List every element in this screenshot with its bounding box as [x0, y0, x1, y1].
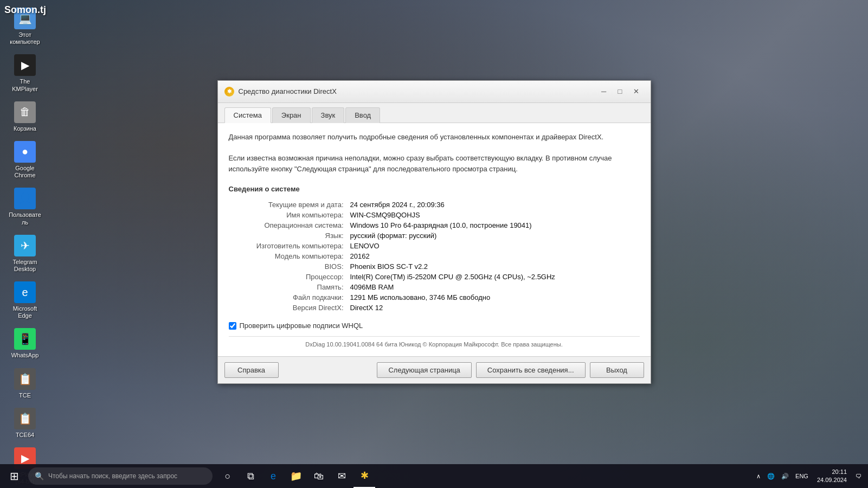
table-row: Изготовитель компьютера:LENOVO	[229, 241, 640, 251]
start-button[interactable]: ⊞	[2, 464, 26, 488]
taskbar-search[interactable]: 🔍 Чтобы начать поиск, введите здесь запр…	[28, 467, 213, 485]
tray-date-value: 24.09.2024	[817, 476, 847, 484]
section-title: Сведения о системе	[229, 185, 640, 193]
dialog-footer-text: DxDiag 10.00.19041.0084 64 бита Юникод ©…	[229, 336, 640, 348]
dialog-title: Средство диагностики DirectX	[239, 87, 592, 95]
dialog-controls: ─ □ ✕	[596, 85, 644, 98]
tab-input[interactable]: Ввод	[345, 107, 380, 123]
next-button[interactable]: Следующая страница	[377, 362, 471, 378]
taskbar-tray: ∧ 🌐 🔊 ENG 20:11 24.09.2024 🗨	[754, 467, 866, 486]
help-button[interactable]: Справка	[224, 362, 279, 378]
maximize-button[interactable]: □	[613, 85, 628, 98]
search-icon: 🔍	[35, 472, 44, 480]
table-row: Память:4096MB RAM	[229, 282, 640, 292]
exit-button[interactable]: Выход	[590, 362, 644, 378]
field-value: 20162	[348, 251, 640, 261]
tab-sound[interactable]: Звук	[312, 107, 345, 123]
field-label: BIOS:	[229, 261, 348, 272]
table-row: Файл подкачки:1291 МБ использовано, 3746…	[229, 292, 640, 303]
field-label: Модель компьютера:	[229, 251, 348, 261]
taskbar-edge-icon[interactable]: e	[262, 464, 284, 488]
checkbox-row: Проверить цифровые подписи WHQL	[229, 322, 640, 330]
tray-time-value: 20:11	[817, 468, 847, 476]
dialog-overlay: ✱ Средство диагностики DirectX ─ □ ✕ Сис…	[0, 0, 868, 464]
field-label: Текущие время и дата:	[229, 200, 348, 210]
table-row: Операционная система:Windows 10 Pro 64-р…	[229, 220, 640, 230]
description2: Если известна возможная причина неполадк…	[229, 153, 640, 174]
tray-notification[interactable]: 🗨	[853, 472, 864, 480]
field-label: Изготовитель компьютера:	[229, 241, 348, 251]
field-label: Память:	[229, 282, 348, 292]
taskbar-taskview-icon[interactable]: ⧉	[240, 464, 261, 488]
close-button[interactable]: ✕	[629, 85, 644, 98]
field-value: Windows 10 Pro 64-разрядная (10.0, постр…	[348, 220, 640, 230]
field-value: русский (формат: русский)	[348, 230, 640, 241]
tray-clock[interactable]: 20:11 24.09.2024	[813, 467, 851, 486]
table-row: Текущие время и дата:24 сентября 2024 г.…	[229, 200, 640, 210]
table-row: Процессор:Intel(R) Core(TM) i5-2520M CPU…	[229, 272, 640, 282]
dialog-icon: ✱	[224, 87, 234, 97]
tab-screen[interactable]: Экран	[272, 107, 311, 123]
table-row: Версия DirectX:DirectX 12	[229, 303, 640, 313]
field-value: Intel(R) Core(TM) i5-2520M CPU @ 2.50GHz…	[348, 272, 640, 282]
field-value: 24 сентября 2024 г., 20:09:36	[348, 200, 640, 210]
tab-system[interactable]: Система	[224, 107, 271, 123]
tray-network[interactable]: 🌐	[765, 472, 777, 481]
dialog-buttons: Справка Следующая страница Сохранить все…	[218, 356, 651, 383]
taskbar-cortana-icon[interactable]: ○	[217, 464, 239, 488]
minimize-button[interactable]: ─	[596, 85, 612, 98]
table-row: Имя компьютера:WIN-CSMQ9BQOHJS	[229, 210, 640, 220]
taskbar-directx-icon[interactable]: ✱	[353, 464, 375, 488]
field-label: Язык:	[229, 230, 348, 241]
description1: Данная программа позволяет получить подр…	[229, 132, 640, 143]
tray-lang[interactable]: ENG	[793, 472, 811, 480]
dialog-buttons-right: Следующая страница Сохранить все сведени…	[377, 362, 644, 378]
taskbar-mail-icon[interactable]: ✉	[331, 464, 352, 488]
field-label: Файл подкачки:	[229, 292, 348, 303]
taskbar-explorer-icon[interactable]: 📁	[285, 464, 307, 488]
desktop: Somon.tj 💻Этот компьютер▶The KMPlayer🗑Ко…	[0, 0, 868, 488]
table-row: BIOS:Phoenix BIOS SC-T v2.2	[229, 261, 640, 272]
field-label: Операционная система:	[229, 220, 348, 230]
tray-chevron[interactable]: ∧	[754, 472, 763, 481]
field-value: LENOVO	[348, 241, 640, 251]
whql-checkbox[interactable]	[229, 322, 236, 330]
table-row: Модель компьютера:20162	[229, 251, 640, 261]
whql-label: Проверить цифровые подписи WHQL	[240, 322, 363, 330]
tray-sound[interactable]: 🔊	[779, 472, 791, 481]
field-value: Phoenix BIOS SC-T v2.2	[348, 261, 640, 272]
field-value: 4096MB RAM	[348, 282, 640, 292]
field-label: Имя компьютера:	[229, 210, 348, 220]
taskbar-icons: ○ ⧉ e 📁 🛍 ✉ ✱	[217, 464, 375, 488]
info-table: Текущие время и дата:24 сентября 2024 г.…	[229, 200, 640, 313]
dialog-content: Данная программа позволяет получить подр…	[218, 123, 651, 357]
search-text: Чтобы начать поиск, введите здесь запрос	[48, 472, 177, 480]
field-value: WIN-CSMQ9BQOHJS	[348, 210, 640, 220]
directx-dialog: ✱ Средство диагностики DirectX ─ □ ✕ Сис…	[217, 80, 651, 384]
field-label: Версия DirectX:	[229, 303, 348, 313]
taskbar-store-icon[interactable]: 🛍	[308, 464, 330, 488]
dialog-titlebar: ✱ Средство диагностики DirectX ─ □ ✕	[218, 81, 651, 103]
field-label: Процессор:	[229, 272, 348, 282]
dialog-tabs: Система Экран Звук Ввод	[218, 103, 651, 123]
save-button[interactable]: Сохранить все сведения...	[476, 362, 586, 378]
taskbar: ⊞ 🔍 Чтобы начать поиск, введите здесь за…	[0, 464, 868, 488]
field-value: DirectX 12	[348, 303, 640, 313]
field-value: 1291 МБ использовано, 3746 МБ свободно	[348, 292, 640, 303]
table-row: Язык:русский (формат: русский)	[229, 230, 640, 241]
